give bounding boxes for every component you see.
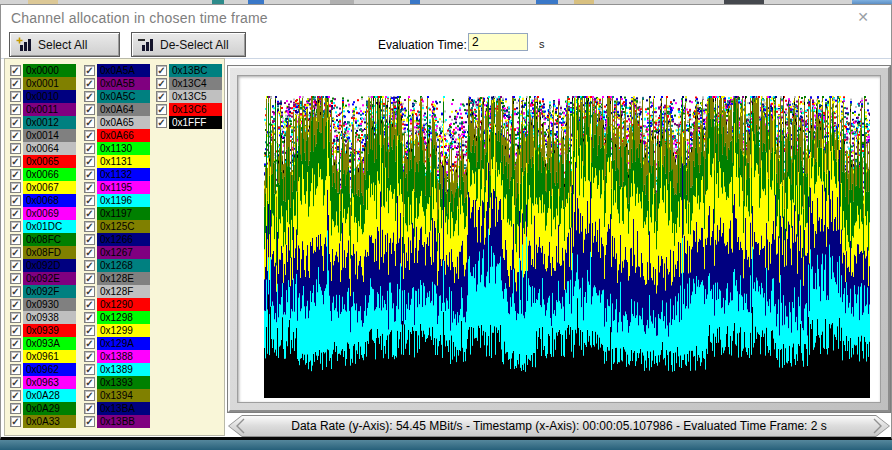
- channel-color-label: 0x0A5B: [97, 77, 150, 90]
- channel-checkbox[interactable]: ✓: [84, 312, 95, 323]
- channel-row: ✓0x1393: [84, 376, 150, 389]
- channel-row: ✓0x129A: [84, 337, 150, 350]
- channel-checkbox[interactable]: ✓: [84, 247, 95, 258]
- check-icon: ✓: [85, 352, 93, 361]
- channel-checkbox[interactable]: ✓: [84, 416, 95, 427]
- channel-checkbox[interactable]: ✓: [10, 325, 21, 336]
- channel-checkbox[interactable]: ✓: [10, 104, 21, 115]
- channel-checkbox[interactable]: ✓: [84, 169, 95, 180]
- channel-checkbox[interactable]: ✓: [10, 286, 21, 297]
- channel-column-3: ✓0x13BC✓0x13C4✓0x13C5✓0x13C6✓0x1FFF: [156, 64, 222, 129]
- channel-color-label: 0x0069: [23, 207, 76, 220]
- channel-checkbox[interactable]: ✓: [84, 117, 95, 128]
- channel-checkbox[interactable]: ✓: [10, 169, 21, 180]
- check-icon: ✓: [85, 365, 93, 374]
- check-icon: ✓: [85, 313, 93, 322]
- channel-column-1: ✓0x0000✓0x0001✓0x0010✓0x0011✓0x0012✓0x00…: [10, 64, 76, 428]
- channel-checkbox[interactable]: ✓: [10, 91, 21, 102]
- channel-checkbox[interactable]: ✓: [10, 351, 21, 362]
- channel-checkbox[interactable]: ✓: [84, 221, 95, 232]
- channel-color-label: 0x0A28: [23, 389, 76, 402]
- channel-checkbox[interactable]: ✓: [84, 273, 95, 284]
- channel-row: ✓0x0A33: [10, 415, 76, 428]
- channel-checkbox[interactable]: ✓: [10, 65, 21, 76]
- channel-color-label: 0x0961: [23, 350, 76, 363]
- channel-checkbox[interactable]: ✓: [10, 299, 21, 310]
- channel-checkbox[interactable]: ✓: [84, 390, 95, 401]
- channel-checkbox[interactable]: ✓: [10, 312, 21, 323]
- check-icon: ✓: [85, 339, 93, 348]
- channel-checkbox[interactable]: ✓: [10, 78, 21, 89]
- check-icon: ✓: [11, 300, 19, 309]
- channel-checkbox[interactable]: ✓: [84, 195, 95, 206]
- channel-color-label: 0x129A: [97, 337, 150, 350]
- channel-checkbox[interactable]: ✓: [84, 338, 95, 349]
- check-icon: ✓: [11, 391, 19, 400]
- status-bar-text: Data Rate (y-Axis): 54.45 MBit/s - Times…: [228, 415, 890, 437]
- channel-checkbox[interactable]: ✓: [84, 403, 95, 414]
- channel-checkbox[interactable]: ✓: [156, 104, 167, 115]
- channel-checkbox[interactable]: ✓: [84, 377, 95, 388]
- channel-color-label: 0x0064: [23, 142, 76, 155]
- channel-checkbox[interactable]: ✓: [84, 260, 95, 271]
- channel-checkbox[interactable]: ✓: [84, 78, 95, 89]
- channel-checkbox[interactable]: ✓: [10, 416, 21, 427]
- channel-row: ✓0x0014: [10, 129, 76, 142]
- channel-checkbox[interactable]: ✓: [156, 65, 167, 76]
- channel-color-label: 0x13BC: [169, 64, 222, 77]
- channel-checkbox[interactable]: ✓: [10, 117, 21, 128]
- check-icon: ✓: [85, 66, 93, 75]
- channel-checkbox[interactable]: ✓: [156, 91, 167, 102]
- channel-checkbox[interactable]: ✓: [10, 143, 21, 154]
- channel-checkbox[interactable]: ✓: [84, 182, 95, 193]
- channel-checkbox[interactable]: ✓: [10, 130, 21, 141]
- channel-checkbox[interactable]: ✓: [10, 208, 21, 219]
- channel-checkbox[interactable]: ✓: [10, 221, 21, 232]
- channel-row: ✓0x1197: [84, 207, 150, 220]
- channel-checkbox[interactable]: ✓: [84, 143, 95, 154]
- channel-row: ✓0x0010: [10, 90, 76, 103]
- channel-checkbox[interactable]: ✓: [84, 130, 95, 141]
- channel-checkbox[interactable]: ✓: [10, 182, 21, 193]
- channel-checkbox[interactable]: ✓: [10, 403, 21, 414]
- deselect-all-button[interactable]: De-Select All: [131, 32, 246, 57]
- channel-checkbox[interactable]: ✓: [84, 351, 95, 362]
- channel-row: ✓0x13BA: [84, 402, 150, 415]
- channel-checkbox[interactable]: ✓: [84, 104, 95, 115]
- channel-checkbox[interactable]: ✓: [10, 390, 21, 401]
- channel-checkbox[interactable]: ✓: [10, 247, 21, 258]
- channel-checkbox[interactable]: ✓: [10, 377, 21, 388]
- select-all-button[interactable]: Select All: [9, 32, 120, 57]
- channel-checkbox[interactable]: ✓: [10, 234, 21, 245]
- check-icon: ✓: [85, 209, 93, 218]
- close-icon[interactable]: ✕: [857, 9, 869, 25]
- channel-checkbox[interactable]: ✓: [156, 78, 167, 89]
- channel-checkbox[interactable]: ✓: [156, 117, 167, 128]
- channel-checkbox[interactable]: ✓: [10, 156, 21, 167]
- channel-checkbox[interactable]: ✓: [84, 364, 95, 375]
- channel-checkbox[interactable]: ✓: [10, 338, 21, 349]
- evaluation-time-input[interactable]: [468, 33, 528, 51]
- channel-checkbox[interactable]: ✓: [84, 91, 95, 102]
- channel-checkbox[interactable]: ✓: [84, 325, 95, 336]
- allocation-chart: [264, 96, 870, 398]
- channel-checkbox[interactable]: ✓: [10, 273, 21, 284]
- channel-checkbox[interactable]: ✓: [84, 234, 95, 245]
- channel-checkbox[interactable]: ✓: [84, 156, 95, 167]
- channel-color-label: 0x1393: [97, 376, 150, 389]
- channel-color-label: 0x13BB: [97, 415, 150, 428]
- channel-checkbox[interactable]: ✓: [84, 65, 95, 76]
- desktop-background-bottom: [0, 440, 892, 450]
- channel-color-label: 0x0A5C: [97, 90, 150, 103]
- channel-checkbox[interactable]: ✓: [10, 195, 21, 206]
- channel-checkbox[interactable]: ✓: [84, 299, 95, 310]
- check-icon: ✓: [85, 248, 93, 257]
- channel-checkbox[interactable]: ✓: [84, 286, 95, 297]
- channel-checkbox[interactable]: ✓: [10, 260, 21, 271]
- channel-row: ✓0x0064: [10, 142, 76, 155]
- channel-checkbox[interactable]: ✓: [10, 364, 21, 375]
- check-icon: ✓: [11, 144, 19, 153]
- channel-checkbox[interactable]: ✓: [84, 208, 95, 219]
- channel-color-label: 0x1266: [97, 233, 150, 246]
- channel-color-label: 0x1267: [97, 246, 150, 259]
